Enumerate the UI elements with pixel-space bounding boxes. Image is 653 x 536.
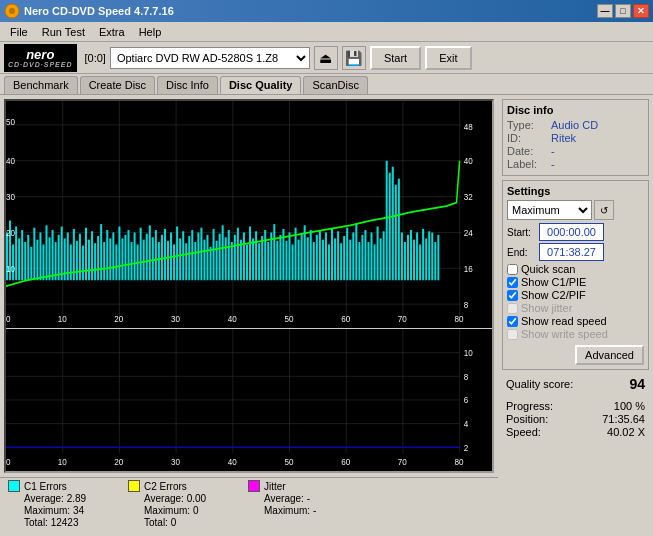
drive-prefix-label: [0:0]	[85, 52, 106, 64]
show-c1pie-row[interactable]: Show C1/PIE	[507, 276, 644, 288]
type-value: Audio CD	[551, 119, 598, 131]
end-time-input[interactable]	[539, 243, 604, 261]
svg-rect-58	[131, 242, 133, 280]
svg-rect-110	[288, 232, 290, 280]
show-jitter-row[interactable]: Show jitter	[507, 302, 644, 314]
c1-total: Total: 12423	[8, 517, 108, 528]
lower-chart-svg: 10 8 6 4 2 0 10 20 30 40 50 60 70 80	[6, 329, 492, 471]
svg-text:50: 50	[284, 456, 293, 467]
c2-label: C2 Errors	[144, 481, 187, 492]
svg-rect-151	[413, 240, 415, 281]
svg-text:30: 30	[171, 313, 180, 324]
progress-section: Progress: 100 % Position: 71:35.64 Speed…	[502, 398, 649, 441]
svg-text:70: 70	[398, 456, 407, 467]
svg-rect-101	[261, 236, 263, 280]
svg-rect-30	[45, 225, 47, 280]
svg-rect-102	[264, 230, 266, 280]
svg-rect-44	[88, 240, 90, 281]
svg-rect-98	[252, 238, 254, 280]
svg-rect-113	[298, 240, 300, 281]
maximize-button[interactable]: □	[615, 4, 631, 18]
svg-rect-32	[52, 230, 54, 280]
show-c2pif-checkbox[interactable]	[507, 290, 518, 301]
svg-rect-85	[213, 229, 215, 280]
svg-rect-142	[386, 161, 388, 281]
svg-text:30: 30	[171, 456, 180, 467]
svg-rect-43	[85, 228, 87, 281]
svg-text:40: 40	[228, 313, 237, 324]
label-value: -	[551, 158, 555, 170]
svg-rect-70	[167, 241, 169, 280]
svg-rect-137	[371, 232, 373, 280]
start-time-input[interactable]	[539, 223, 604, 241]
svg-rect-20	[15, 226, 17, 280]
svg-rect-62	[143, 240, 145, 281]
disc-label-row: Label: -	[507, 158, 644, 170]
jitter-avg: Average: -	[248, 493, 348, 504]
svg-rect-68	[161, 235, 163, 280]
svg-text:8: 8	[464, 299, 469, 310]
c1-max: Maximum: 34	[8, 505, 108, 516]
menu-help[interactable]: Help	[133, 24, 168, 40]
svg-rect-145	[395, 185, 397, 281]
svg-rect-84	[210, 247, 212, 280]
c2-total: Total: 0	[128, 517, 228, 528]
svg-text:10: 10	[6, 263, 15, 274]
menu-run-test[interactable]: Run Test	[36, 24, 91, 40]
tab-create-disc[interactable]: Create Disc	[80, 76, 155, 94]
svg-rect-86	[216, 241, 218, 280]
show-write-speed-row[interactable]: Show write speed	[507, 328, 644, 340]
end-time-label: End:	[507, 247, 537, 258]
refresh-button[interactable]: ↺	[594, 200, 614, 220]
svg-rect-127	[340, 243, 342, 280]
minimize-button[interactable]: —	[597, 4, 613, 18]
tab-disc-quality[interactable]: Disc Quality	[220, 76, 302, 94]
svg-text:80: 80	[455, 456, 464, 467]
svg-rect-156	[428, 231, 430, 280]
c1-label: C1 Errors	[24, 481, 67, 492]
svg-rect-24	[27, 235, 29, 280]
show-jitter-checkbox[interactable]	[507, 303, 518, 314]
menu-file[interactable]: File	[4, 24, 34, 40]
drive-select[interactable]: Optiarc DVD RW AD-5280S 1.Z8	[110, 47, 310, 69]
svg-rect-23	[24, 242, 26, 280]
show-c2pif-row[interactable]: Show C2/PIF	[507, 289, 644, 301]
svg-rect-132	[355, 224, 357, 280]
menu-extra[interactable]: Extra	[93, 24, 131, 40]
svg-rect-124	[331, 229, 333, 280]
svg-text:16: 16	[464, 263, 473, 274]
quick-scan-checkbox[interactable]	[507, 264, 518, 275]
eject-button[interactable]: ⏏	[314, 46, 338, 70]
svg-rect-29	[42, 244, 44, 280]
legend-jitter: Jitter Average: - Maximum: -	[248, 480, 348, 528]
start-button[interactable]: Start	[370, 46, 421, 70]
id-label: ID:	[507, 132, 547, 144]
show-read-speed-checkbox[interactable]	[507, 316, 518, 327]
svg-rect-57	[128, 230, 130, 280]
svg-rect-153	[419, 244, 421, 280]
show-write-speed-checkbox[interactable]	[507, 329, 518, 340]
svg-rect-87	[219, 234, 221, 281]
save-button[interactable]: 💾	[342, 46, 366, 70]
type-label: Type:	[507, 119, 547, 131]
exit-button[interactable]: Exit	[425, 46, 471, 70]
tab-benchmark[interactable]: Benchmark	[4, 76, 78, 94]
speed-select[interactable]: Maximum	[507, 200, 592, 220]
close-button[interactable]: ✕	[633, 4, 649, 18]
tab-scan-disc[interactable]: ScanDisc	[303, 76, 367, 94]
lower-chart: 10 8 6 4 2 0 10 20 30 40 50 60 70 80	[6, 329, 492, 471]
svg-text:6: 6	[464, 395, 469, 406]
svg-rect-95	[243, 232, 245, 280]
show-c1pie-checkbox[interactable]	[507, 277, 518, 288]
quick-scan-row[interactable]: Quick scan	[507, 263, 644, 275]
tab-disc-info[interactable]: Disc Info	[157, 76, 218, 94]
svg-rect-147	[401, 232, 403, 280]
svg-text:60: 60	[341, 456, 350, 467]
svg-rect-2	[6, 101, 492, 328]
advanced-button[interactable]: Advanced	[575, 345, 644, 365]
svg-rect-63	[146, 234, 148, 281]
svg-rect-82	[203, 240, 205, 281]
show-read-speed-row[interactable]: Show read speed	[507, 315, 644, 327]
svg-rect-106	[276, 241, 278, 280]
svg-rect-35	[61, 226, 63, 280]
